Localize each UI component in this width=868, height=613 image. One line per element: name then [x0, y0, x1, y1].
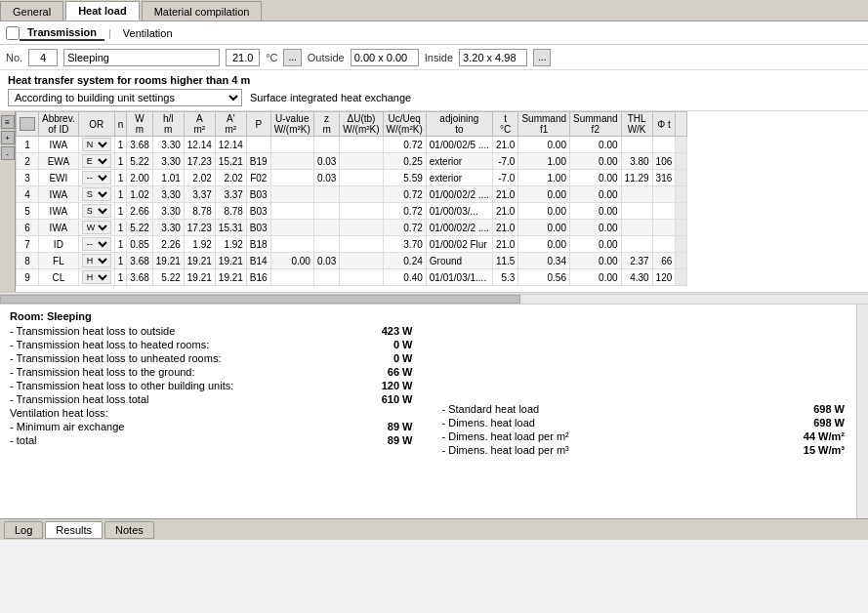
row-ft: 120: [652, 269, 676, 286]
sub-tab-ventilation[interactable]: Ventilation: [115, 26, 181, 40]
row-sf1: 0.34: [518, 253, 570, 269]
row-uvalue: [270, 236, 313, 253]
or-select[interactable]: --: [82, 237, 111, 251]
row-a: 12.14: [184, 137, 215, 153]
row-sf1: 0.00: [518, 220, 570, 236]
or-select[interactable]: H: [82, 270, 111, 284]
results-left: - Transmission heat loss to outside423 W…: [10, 325, 413, 458]
results-scrollbar[interactable]: [856, 305, 868, 518]
result-row: - Transmission heat loss total610 W: [10, 393, 413, 405]
heat-transfer-select[interactable]: According to building unit settings Surf…: [8, 89, 242, 106]
table-row[interactable]: 2 EWA E 1 5.22 3.30 17.23 15.21 B19 0.03…: [17, 153, 687, 170]
table-row[interactable]: 1 IWA N 1 3.68 3.30 12.14 12.14 0.72 01/…: [17, 137, 687, 153]
row-index: 6: [17, 220, 39, 236]
row-abbrev: EWI: [39, 170, 79, 186]
room-name-input[interactable]: [63, 49, 220, 66]
row-ft: [652, 203, 676, 220]
table-row[interactable]: 6 IWA W 1 5.22 3.30 17.23 15.31 B03 0.72…: [17, 220, 687, 236]
tab-heat-load[interactable]: Heat load: [65, 1, 140, 20]
tab-log[interactable]: Log: [4, 521, 43, 539]
or-select[interactable]: N: [82, 138, 111, 151]
result-value: 120 W: [364, 380, 413, 391]
or-select[interactable]: --: [82, 171, 111, 184]
row-adj: 01/00/02/5 ....: [426, 137, 492, 153]
row-index: 7: [17, 236, 39, 253]
result-value-right: 15 W/m³: [786, 444, 845, 456]
row-a: 1.92: [184, 236, 215, 253]
or-select[interactable]: S: [82, 187, 111, 201]
table-row[interactable]: 7 ID -- 1 0.85 2.26 1.92 1.92 B18 3.70 0…: [17, 236, 687, 253]
or-select[interactable]: E: [82, 154, 111, 168]
temp-options-button[interactable]: ...: [283, 49, 301, 66]
result-value: 423 W: [364, 325, 413, 337]
row-p: B14: [246, 253, 270, 269]
result-row: - Transmission heat loss to unheated roo…: [10, 352, 413, 364]
row-p: B18: [246, 236, 270, 253]
tab-results[interactable]: Results: [45, 521, 103, 539]
row-a: 17.23: [184, 153, 215, 170]
outside-size-input[interactable]: [351, 49, 419, 66]
sidebar: ≡ + -: [0, 111, 16, 292]
room-number-input[interactable]: [28, 49, 58, 66]
table-row[interactable]: 8 FL H 1 3.68 19.21 19.21 19.21 B14 0.00…: [17, 253, 687, 269]
row-ucueq: 0.72: [383, 220, 426, 236]
row-t: -7.0: [492, 170, 517, 186]
row-a: 8.78: [184, 203, 215, 220]
row-adj: exterior: [426, 170, 492, 186]
row-uvalue: [270, 137, 313, 153]
row-t: 21.0: [492, 186, 517, 203]
tab-notes[interactable]: Notes: [104, 521, 154, 539]
row-sf2: 0.00: [570, 220, 622, 236]
sub-tab-transmission[interactable]: Transmission: [20, 25, 104, 41]
row-z: [313, 220, 339, 236]
or-select[interactable]: W: [82, 221, 111, 234]
row-index: 3: [17, 170, 39, 186]
result-label: - Transmission heat loss to heated rooms…: [10, 339, 364, 350]
row-n: 1: [114, 170, 127, 186]
inside-options-button[interactable]: ...: [533, 49, 551, 66]
row-p: B03: [246, 220, 270, 236]
table-row[interactable]: 4 IWA S 1 1.02 3.30 3.37 3.37 B03 0.72 0…: [17, 186, 687, 203]
transmission-checkbox[interactable]: [6, 26, 20, 40]
th-hl: h/lm: [152, 112, 184, 137]
row-sf2: 0.00: [570, 137, 622, 153]
row-abbrev: IWA: [39, 220, 79, 236]
result-row-right: - Dimens. heat load698 W: [442, 417, 846, 429]
or-select[interactable]: S: [82, 204, 111, 218]
row-abbrev: FL: [39, 253, 79, 269]
row-a: 17.23: [184, 220, 215, 236]
row-ap: 8.78: [215, 203, 246, 220]
inside-size-input[interactable]: [459, 49, 527, 66]
row-sf1: 0.00: [518, 186, 570, 203]
table-row[interactable]: 9 CL H 1 3.68 5.22 19.21 19.21 B16 0.40 …: [17, 269, 687, 286]
sidebar-icon-2[interactable]: +: [1, 131, 15, 144]
tab-general[interactable]: General: [0, 1, 63, 20]
row-sf2: 0.00: [570, 186, 622, 203]
temp-input[interactable]: [226, 49, 260, 66]
row-index: 1: [17, 137, 39, 153]
row-ucueq: 3.70: [383, 236, 426, 253]
row-a: 2.02: [184, 170, 215, 186]
row-hl: 3.30: [152, 137, 184, 153]
row-ft: 316: [652, 170, 676, 186]
row-dutb: [340, 137, 383, 153]
row-n: 1: [114, 269, 127, 286]
horizontal-scrollbar[interactable]: [0, 292, 868, 304]
row-thl: 2.37: [621, 253, 652, 269]
table-row[interactable]: 5 IWA S 1 2.66 3.30 8.78 8.78 B03 0.72 0…: [17, 203, 687, 220]
row-ft: [652, 220, 676, 236]
th-ucueq: Uc/UeqW/(m²K): [383, 112, 426, 137]
or-select[interactable]: H: [82, 254, 111, 267]
sidebar-icon-3[interactable]: -: [1, 146, 15, 160]
result-label-right: - Dimens. heat load per m²: [442, 430, 787, 442]
tab-divider: |: [108, 27, 111, 39]
tab-material[interactable]: Material compilation: [142, 1, 263, 20]
row-or: H: [78, 253, 114, 269]
table-row[interactable]: 3 EWI -- 1 2.00 1.01 2.02 2.02 F02 0.03 …: [17, 170, 687, 186]
row-abbrev: ID: [39, 236, 79, 253]
row-adj: 01/00/03/...: [426, 203, 492, 220]
settings-title: Heat transfer system for rooms higher th…: [8, 74, 860, 86]
th-icon: [17, 112, 39, 137]
result-label-right: - Dimens. heat load: [442, 417, 787, 429]
sidebar-icon-1[interactable]: ≡: [1, 115, 15, 129]
